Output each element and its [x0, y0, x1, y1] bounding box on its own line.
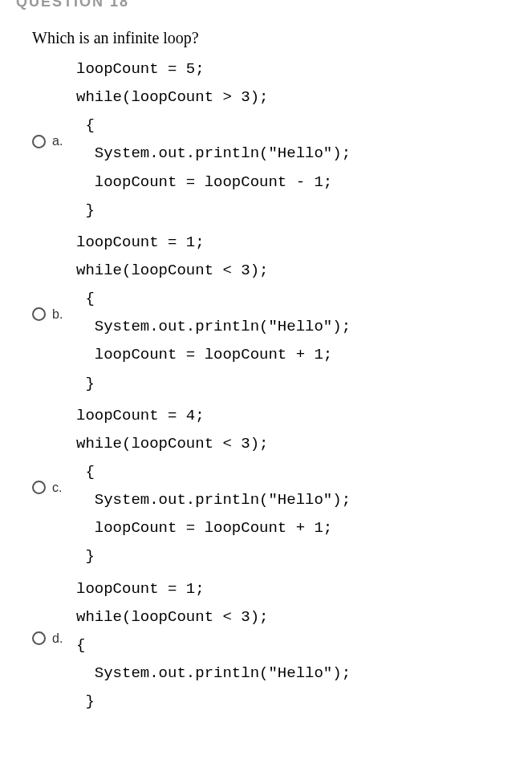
options-container: a. loopCount = 5; while(loopCount > 3); …: [0, 55, 532, 716]
option-a-code: loopCount = 5; while(loopCount > 3); { S…: [76, 55, 351, 225]
question-text: Which is an infinite loop?: [0, 17, 532, 55]
option-c: c. loopCount = 4; while(loopCount < 3); …: [32, 402, 532, 571]
radio-icon: [32, 307, 46, 321]
option-d-selector[interactable]: d.: [32, 631, 76, 646]
radio-icon: [32, 135, 46, 148]
option-a-selector[interactable]: a.: [32, 134, 76, 148]
option-a-label: a.: [52, 134, 63, 148]
option-c-selector[interactable]: c.: [32, 481, 76, 495]
option-b: b. loopCount = 1; while(loopCount < 3); …: [32, 229, 532, 398]
option-b-selector[interactable]: b.: [32, 307, 76, 322]
option-a: a. loopCount = 5; while(loopCount > 3); …: [32, 55, 532, 225]
option-c-code: loopCount = 4; while(loopCount < 3); { S…: [76, 402, 351, 571]
option-b-label: b.: [52, 307, 63, 322]
radio-icon: [32, 631, 46, 645]
option-c-label: c.: [52, 481, 62, 495]
radio-icon: [32, 481, 46, 494]
option-d: d. loopCount = 1; while(loopCount < 3); …: [32, 575, 532, 716]
question-header: QUESTION 18: [0, 0, 532, 17]
option-d-label: d.: [52, 631, 63, 646]
option-b-code: loopCount = 1; while(loopCount < 3); { S…: [76, 229, 351, 398]
option-d-code: loopCount = 1; while(loopCount < 3); { S…: [76, 575, 351, 716]
